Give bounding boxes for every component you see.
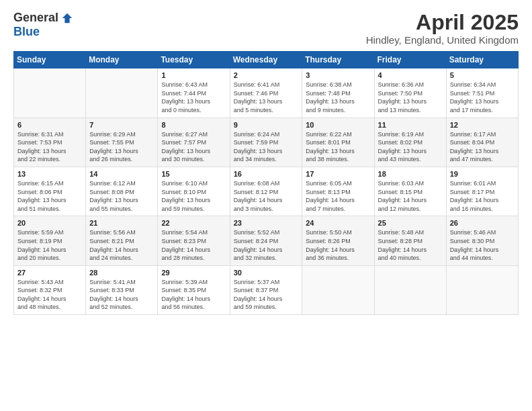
calendar-cell: 2Sunrise: 6:41 AM Sunset: 7:46 PM Daylig… — [230, 68, 302, 118]
day-info: Sunrise: 5:46 AM Sunset: 8:30 PM Dayligh… — [450, 228, 515, 262]
page: General Blue April 2025 Hindley, England… — [0, 0, 532, 411]
calendar-cell: 5Sunrise: 6:34 AM Sunset: 7:51 PM Daylig… — [446, 68, 518, 118]
calendar-header-row: Sunday Monday Tuesday Wednesday Thursday… — [14, 52, 519, 68]
calendar-cell: 28Sunrise: 5:41 AM Sunset: 8:33 PM Dayli… — [86, 265, 158, 314]
day-info: Sunrise: 5:43 AM Sunset: 8:32 PM Dayligh… — [17, 278, 82, 312]
calendar-cell: 26Sunrise: 5:46 AM Sunset: 8:30 PM Dayli… — [446, 216, 518, 265]
day-number: 10 — [306, 121, 370, 129]
logo-general: General — [13, 11, 58, 25]
day-number: 26 — [450, 219, 515, 227]
calendar-table: Sunday Monday Tuesday Wednesday Thursday… — [13, 51, 519, 315]
calendar-cell: 24Sunrise: 5:50 AM Sunset: 8:26 PM Dayli… — [302, 216, 374, 265]
calendar-week-3: 20Sunrise: 5:59 AM Sunset: 8:19 PM Dayli… — [14, 216, 519, 265]
calendar-cell: 21Sunrise: 5:56 AM Sunset: 8:21 PM Dayli… — [86, 216, 158, 265]
month-title: April 2025 — [366, 11, 519, 34]
calendar-cell: 27Sunrise: 5:43 AM Sunset: 8:32 PM Dayli… — [14, 265, 86, 314]
calendar-cell: 1Sunrise: 6:43 AM Sunset: 7:44 PM Daylig… — [158, 68, 230, 118]
calendar-week-4: 27Sunrise: 5:43 AM Sunset: 8:32 PM Dayli… — [14, 265, 519, 314]
day-info: Sunrise: 5:48 AM Sunset: 8:28 PM Dayligh… — [378, 228, 443, 262]
calendar-cell: 23Sunrise: 5:52 AM Sunset: 8:24 PM Dayli… — [230, 216, 302, 265]
svg-marker-0 — [62, 13, 72, 22]
day-number: 11 — [378, 121, 443, 129]
calendar-cell: 6Sunrise: 6:31 AM Sunset: 7:53 PM Daylig… — [14, 118, 86, 167]
header-wednesday: Wednesday — [230, 52, 302, 68]
day-number: 9 — [234, 121, 299, 129]
day-number: 15 — [161, 170, 226, 178]
calendar-cell: 12Sunrise: 6:17 AM Sunset: 8:04 PM Dayli… — [446, 118, 518, 167]
calendar-cell: 16Sunrise: 6:08 AM Sunset: 8:12 PM Dayli… — [230, 167, 302, 216]
day-number: 29 — [161, 269, 226, 277]
day-info: Sunrise: 6:29 AM Sunset: 7:55 PM Dayligh… — [89, 130, 154, 164]
day-info: Sunrise: 5:39 AM Sunset: 8:35 PM Dayligh… — [161, 278, 226, 312]
day-number: 7 — [89, 121, 154, 129]
calendar-cell — [14, 68, 86, 118]
calendar-cell: 4Sunrise: 6:36 AM Sunset: 7:50 PM Daylig… — [374, 68, 446, 118]
logo-icon — [61, 12, 73, 24]
calendar-cell — [86, 68, 158, 118]
day-info: Sunrise: 6:43 AM Sunset: 7:44 PM Dayligh… — [161, 81, 226, 114]
header: General Blue April 2025 Hindley, England… — [13, 11, 519, 46]
day-info: Sunrise: 6:08 AM Sunset: 8:12 PM Dayligh… — [234, 179, 299, 213]
day-number: 21 — [89, 219, 154, 227]
calendar-cell: 20Sunrise: 5:59 AM Sunset: 8:19 PM Dayli… — [14, 216, 86, 265]
day-number: 25 — [378, 219, 443, 227]
day-info: Sunrise: 6:19 AM Sunset: 8:02 PM Dayligh… — [378, 130, 443, 164]
day-number: 23 — [234, 219, 299, 227]
calendar-cell: 9Sunrise: 6:24 AM Sunset: 7:59 PM Daylig… — [230, 118, 302, 167]
calendar-cell: 18Sunrise: 6:03 AM Sunset: 8:15 PM Dayli… — [374, 167, 446, 216]
day-number: 19 — [450, 170, 515, 178]
calendar-cell — [302, 265, 374, 314]
calendar-cell: 29Sunrise: 5:39 AM Sunset: 8:35 PM Dayli… — [158, 265, 230, 314]
day-number: 14 — [89, 170, 154, 178]
day-info: Sunrise: 6:01 AM Sunset: 8:17 PM Dayligh… — [450, 179, 515, 213]
calendar-cell: 15Sunrise: 6:10 AM Sunset: 8:10 PM Dayli… — [158, 167, 230, 216]
day-info: Sunrise: 6:22 AM Sunset: 8:01 PM Dayligh… — [306, 130, 370, 164]
logo-blue: Blue — [13, 25, 40, 39]
calendar-week-0: 1Sunrise: 6:43 AM Sunset: 7:44 PM Daylig… — [14, 68, 519, 118]
calendar-cell — [374, 265, 446, 314]
day-info: Sunrise: 6:03 AM Sunset: 8:15 PM Dayligh… — [378, 179, 443, 213]
day-number: 13 — [17, 170, 82, 178]
calendar-cell — [446, 265, 518, 314]
day-number: 24 — [306, 219, 370, 227]
day-info: Sunrise: 6:12 AM Sunset: 8:08 PM Dayligh… — [89, 179, 154, 213]
header-thursday: Thursday — [302, 52, 374, 68]
day-info: Sunrise: 5:37 AM Sunset: 8:37 PM Dayligh… — [234, 278, 299, 312]
calendar-cell: 7Sunrise: 6:29 AM Sunset: 7:55 PM Daylig… — [86, 118, 158, 167]
calendar-cell: 14Sunrise: 6:12 AM Sunset: 8:08 PM Dayli… — [86, 167, 158, 216]
day-number: 4 — [378, 71, 443, 79]
calendar-cell: 25Sunrise: 5:48 AM Sunset: 8:28 PM Dayli… — [374, 216, 446, 265]
day-info: Sunrise: 5:52 AM Sunset: 8:24 PM Dayligh… — [234, 228, 299, 262]
calendar-cell: 30Sunrise: 5:37 AM Sunset: 8:37 PM Dayli… — [230, 265, 302, 314]
day-info: Sunrise: 6:24 AM Sunset: 7:59 PM Dayligh… — [234, 130, 299, 164]
day-info: Sunrise: 5:50 AM Sunset: 8:26 PM Dayligh… — [306, 228, 370, 262]
calendar-cell: 22Sunrise: 5:54 AM Sunset: 8:23 PM Dayli… — [158, 216, 230, 265]
logo: General Blue — [13, 11, 73, 39]
day-info: Sunrise: 6:27 AM Sunset: 7:57 PM Dayligh… — [161, 130, 226, 164]
header-tuesday: Tuesday — [158, 52, 230, 68]
day-number: 20 — [17, 219, 82, 227]
calendar-week-2: 13Sunrise: 6:15 AM Sunset: 8:06 PM Dayli… — [14, 167, 519, 216]
calendar-cell: 8Sunrise: 6:27 AM Sunset: 7:57 PM Daylig… — [158, 118, 230, 167]
day-number: 1 — [161, 71, 226, 79]
header-friday: Friday — [374, 52, 446, 68]
day-info: Sunrise: 6:36 AM Sunset: 7:50 PM Dayligh… — [378, 81, 443, 114]
day-number: 12 — [450, 121, 515, 129]
day-number: 8 — [161, 121, 226, 129]
day-number: 17 — [306, 170, 370, 178]
day-info: Sunrise: 5:54 AM Sunset: 8:23 PM Dayligh… — [161, 228, 226, 262]
calendar-cell: 11Sunrise: 6:19 AM Sunset: 8:02 PM Dayli… — [374, 118, 446, 167]
day-info: Sunrise: 6:38 AM Sunset: 7:48 PM Dayligh… — [306, 81, 370, 114]
day-number: 2 — [234, 71, 299, 79]
day-info: Sunrise: 6:34 AM Sunset: 7:51 PM Dayligh… — [450, 81, 515, 114]
day-info: Sunrise: 6:41 AM Sunset: 7:46 PM Dayligh… — [234, 81, 299, 114]
header-monday: Monday — [86, 52, 158, 68]
day-info: Sunrise: 6:31 AM Sunset: 7:53 PM Dayligh… — [17, 130, 82, 164]
day-number: 3 — [306, 71, 370, 79]
day-number: 30 — [234, 269, 299, 277]
calendar-cell: 3Sunrise: 6:38 AM Sunset: 7:48 PM Daylig… — [302, 68, 374, 118]
location: Hindley, England, United Kingdom — [366, 34, 519, 46]
day-number: 5 — [450, 71, 515, 79]
day-info: Sunrise: 6:15 AM Sunset: 8:06 PM Dayligh… — [17, 179, 82, 213]
calendar-cell: 19Sunrise: 6:01 AM Sunset: 8:17 PM Dayli… — [446, 167, 518, 216]
